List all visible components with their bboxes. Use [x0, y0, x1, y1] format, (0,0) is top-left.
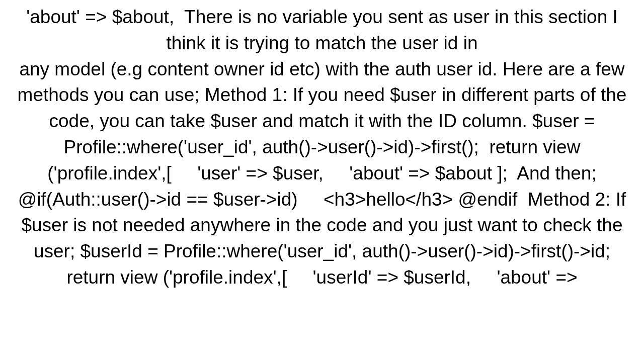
document-body-text: 'about' => $about, There is no variable … [0, 0, 644, 295]
